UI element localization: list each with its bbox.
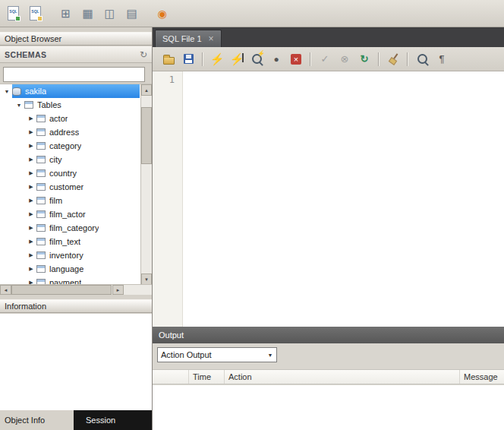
tree-item-tables[interactable]: ▼ Tables (0, 98, 152, 112)
expand-arrow-icon[interactable]: ▶ (26, 225, 36, 231)
expand-arrow-icon[interactable]: ▶ (26, 211, 36, 217)
scrollbar-thumb[interactable] (11, 285, 112, 295)
tree-item-table[interactable]: ▶ customer (0, 180, 152, 194)
tree-item-table[interactable]: ▶ film_text (0, 235, 152, 248)
expand-arrow-icon[interactable]: ▶ (26, 198, 36, 204)
commit-button[interactable]: ✓ (316, 50, 334, 68)
tree-item-table[interactable]: ▶ film (0, 194, 152, 207)
toolbar-separator (202, 52, 203, 66)
explain-button[interactable]: ⚡ (247, 50, 266, 68)
sidebar-bottom-tabs: Object Info Session (0, 410, 152, 430)
create-table-icon: ▦ (82, 8, 93, 19)
column-header-index[interactable] (153, 370, 189, 384)
tab-object-info[interactable]: Object Info (0, 410, 74, 430)
rollback-button[interactable]: ⊗ (335, 50, 354, 68)
expand-arrow-icon[interactable]: ▶ (26, 115, 36, 122)
toggle-autocommit-button[interactable]: ↻ (355, 50, 373, 68)
save-floppy-icon (184, 54, 194, 64)
open-file-button[interactable] (159, 50, 178, 68)
schema-tree: ▼ sakila ▼ Tables ▶ actor ▶ (0, 84, 152, 285)
autocommit-icon: ↻ (361, 54, 369, 64)
expand-arrow-icon[interactable]: ▶ (26, 170, 36, 176)
expand-arrow-icon[interactable]: ▶ (26, 252, 36, 258)
output-header: Output (153, 327, 504, 343)
create-routine-icon: ▤ (126, 8, 137, 19)
open-sql-script-button[interactable]: SQL (25, 3, 46, 24)
scroll-left-icon[interactable]: ◄ (0, 285, 11, 295)
create-schema-button[interactable]: ⊞ (55, 3, 76, 24)
cursor-bar-icon (242, 53, 244, 62)
close-icon[interactable]: × (209, 34, 214, 43)
schema-filter-input[interactable] (3, 67, 145, 82)
tree-horizontal-scrollbar[interactable]: ◄ ► (0, 284, 152, 295)
stop-button[interactable]: ● (267, 50, 285, 68)
sql-editor-area[interactable] (183, 71, 504, 327)
create-routine-button[interactable]: ▤ (121, 3, 142, 24)
create-table-button[interactable]: ▦ (77, 3, 98, 24)
column-header-time[interactable]: Time (189, 370, 225, 384)
beautify-button[interactable] (384, 50, 402, 68)
toggle-invisibles-button[interactable]: ¶ (433, 50, 451, 68)
output-grid-body (153, 385, 504, 430)
tree-item-table[interactable]: ▶ film_category (0, 221, 152, 235)
new-sql-tab-button[interactable]: SQL (3, 3, 24, 24)
expand-arrow-icon[interactable]: ▶ (26, 266, 36, 272)
save-button[interactable] (179, 50, 197, 68)
line-number: 1 (169, 74, 175, 85)
expand-arrow-icon[interactable]: ▶ (26, 239, 36, 245)
tab-sql-file-1[interactable]: SQL File 1 × (155, 30, 222, 47)
chevron-down-icon: ▼ (264, 353, 276, 358)
find-button[interactable] (413, 50, 431, 68)
tree-item-table[interactable]: ▶ language (0, 262, 152, 276)
scroll-right-icon[interactable]: ► (112, 285, 124, 295)
tree-vertical-scrollbar[interactable]: ▲ ▼ (140, 84, 152, 285)
column-header-action[interactable]: Action (225, 370, 460, 384)
expand-arrow-icon[interactable]: ▶ (26, 129, 36, 135)
scroll-down-icon[interactable]: ▼ (141, 273, 152, 285)
expand-arrow-icon[interactable]: ▶ (26, 157, 36, 163)
table-icon (36, 156, 46, 163)
tab-object-info-label: Object Info (5, 416, 45, 425)
tree-item-table[interactable]: ▶ category (0, 139, 152, 153)
toolbar-separator (378, 52, 380, 66)
table-label: film_actor (49, 210, 86, 219)
tree-item-table[interactable]: ▶ film_actor (0, 207, 152, 221)
table-label: language (49, 264, 83, 273)
plugins-button[interactable]: ◉ (152, 3, 172, 24)
expand-arrow-icon[interactable]: ▼ (2, 89, 12, 94)
tree-item-table[interactable]: ▶ actor (0, 112, 152, 125)
output-view-select[interactable]: Action Output ▼ (157, 347, 277, 362)
schema-search (3, 67, 145, 82)
scrollbar-thumb[interactable] (141, 107, 152, 164)
table-icon (36, 265, 46, 273)
scroll-up-icon[interactable]: ▲ (141, 84, 152, 96)
tab-session-label: Session (86, 416, 115, 425)
refresh-schemas-icon[interactable]: ↻ (140, 50, 147, 59)
expand-arrow-icon[interactable]: ▶ (26, 184, 36, 190)
table-icon (36, 183, 46, 191)
table-icon (36, 251, 46, 259)
tab-session[interactable]: Session (74, 410, 152, 430)
pilcrow-icon: ¶ (439, 54, 445, 64)
information-header: Information (0, 299, 152, 313)
execute-button[interactable]: ⚡ (208, 50, 226, 68)
tree-item-table[interactable]: ▶ inventory (0, 248, 152, 262)
column-header-message[interactable]: Message (460, 370, 504, 384)
tree-item-table[interactable]: ▶ city (0, 153, 152, 166)
table-label: film_category (49, 223, 99, 232)
schema-icon (12, 87, 21, 96)
table-icon (36, 197, 46, 204)
expand-arrow-icon[interactable]: ▼ (14, 103, 24, 108)
toolbar-separator (407, 52, 408, 66)
execute-current-button[interactable]: ⚡ (228, 50, 246, 68)
tree-item-schema-sakila[interactable]: ▼ sakila (0, 84, 152, 98)
expand-arrow-icon[interactable]: ▶ (26, 143, 36, 149)
create-view-button[interactable]: ◫ (99, 3, 120, 24)
tree-item-table[interactable]: ▶ address (0, 125, 152, 139)
tables-list: ▶ actor ▶ address ▶ category ▶ city ▶ co… (0, 112, 152, 285)
table-label: country (49, 169, 77, 178)
main-toolbar: SQL SQL ⊞ ▦ ◫ ▤ ◉ (0, 0, 504, 27)
tree-item-table[interactable]: ▶ country (0, 166, 152, 180)
stop-icon: ● (273, 55, 279, 64)
kill-query-button[interactable]: × (287, 50, 305, 68)
